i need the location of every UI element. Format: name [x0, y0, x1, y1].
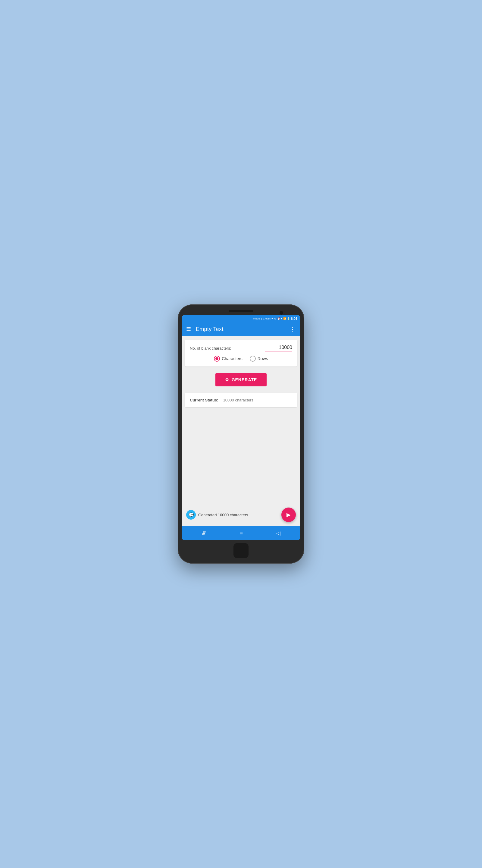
phone-screen: 502B/s ▲ 3.4KB/s ▼ ⊖ ⏰ ▾ 📶 🔋 8:04 ☰ Empt…	[182, 315, 300, 540]
chat-bubble-row: 💬 Generated 10000 characters	[186, 510, 248, 520]
chat-message: Generated 10000 characters	[198, 513, 248, 517]
app-content: No. of blank characters: Characters Rows	[182, 336, 300, 540]
radio-label-characters: Characters	[222, 356, 242, 361]
app-toolbar: ☰ Empty Text ⋮	[182, 322, 300, 336]
radio-circle-rows	[250, 355, 256, 362]
phone-home-button[interactable]	[233, 543, 249, 558]
phone-frame: 502B/s ▲ 3.4KB/s ▼ ⊖ ⏰ ▾ 📶 🔋 8:04 ☰ Empt…	[178, 304, 304, 564]
status-label: Current Status:	[190, 398, 218, 402]
phone-camera	[280, 311, 283, 315]
time-display: 8:04	[291, 317, 297, 320]
generate-section: ⚙ GENERATE	[182, 367, 300, 393]
nav-music-icon[interactable]: ⫻	[201, 530, 206, 536]
status-value: 10000 characters	[223, 398, 253, 402]
signal-icon: 📶	[283, 317, 286, 320]
blank-chars-input[interactable]	[265, 345, 292, 351]
nav-bar: ⫻ ≡ ◁	[182, 526, 300, 540]
gear-icon: ⚙	[225, 377, 229, 382]
nav-back-icon[interactable]: ◁	[276, 530, 281, 536]
blank-chars-row: No. of blank characters:	[190, 345, 292, 351]
status-icons: 502B/s ▲ 3.4KB/s ▼ ⊖ ⏰ ▾ 📶 🔋 8:04	[253, 317, 297, 320]
blank-chars-label: No. of blank characters:	[190, 346, 231, 350]
wifi-icon: ▾	[281, 317, 282, 320]
do-not-disturb-icon: ⊖	[274, 317, 276, 320]
generate-button-label: GENERATE	[232, 377, 257, 382]
status-card: Current Status: 10000 characters	[185, 393, 297, 407]
send-icon: ▶	[287, 512, 291, 518]
chat-section: 💬 Generated 10000 characters ▶	[182, 411, 300, 526]
phone-speaker	[229, 310, 253, 312]
network-speed: 502B/s ▲ 3.4KB/s ▼	[253, 318, 273, 320]
radio-rows[interactable]: Rows	[250, 355, 268, 362]
radio-circle-characters	[214, 355, 220, 362]
send-fab-button[interactable]: ▶	[281, 507, 296, 522]
message-icon: 💬	[189, 513, 194, 517]
radio-characters[interactable]: Characters	[214, 355, 242, 362]
chat-bubble-icon: 💬	[186, 510, 196, 520]
hamburger-menu-icon[interactable]: ☰	[186, 326, 191, 333]
input-card: No. of blank characters: Characters Rows	[185, 340, 297, 367]
radio-label-rows: Rows	[258, 356, 268, 361]
nav-home-icon[interactable]: ≡	[240, 530, 243, 536]
battery-icon: 🔋	[287, 317, 290, 320]
app-title: Empty Text	[196, 326, 290, 333]
more-options-icon[interactable]: ⋮	[290, 326, 296, 333]
alarm-icon: ⏰	[277, 317, 280, 320]
generate-button[interactable]: ⚙ GENERATE	[215, 373, 267, 386]
status-bar: 502B/s ▲ 3.4KB/s ▼ ⊖ ⏰ ▾ 📶 🔋 8:04	[182, 315, 300, 322]
radio-row: Characters Rows	[190, 355, 292, 362]
